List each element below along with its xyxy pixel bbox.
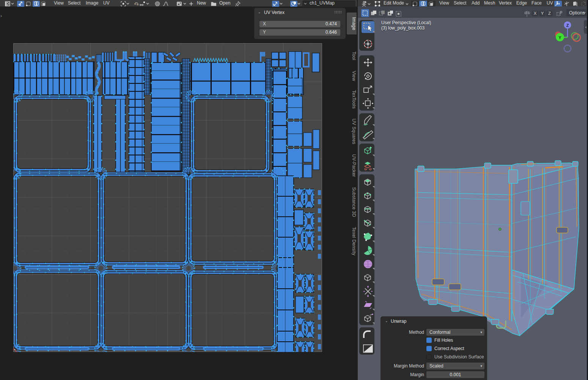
svg-text:Y: Y [558,35,561,40]
svg-text:Z: Z [566,23,569,28]
